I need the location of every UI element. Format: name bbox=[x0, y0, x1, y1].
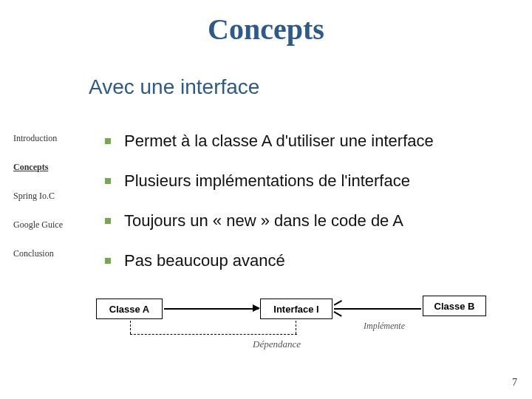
diagram-line bbox=[334, 308, 421, 310]
sidebar-item-spring-ioc: Spring Io.C bbox=[13, 191, 87, 202]
sidebar-item-concepts: Concepts bbox=[13, 162, 87, 173]
diagram-box-classe-b: Classe B bbox=[423, 296, 486, 316]
diagram-label-implements: Implémente bbox=[364, 321, 405, 332]
bullet-text: Pas beaucoup avancé bbox=[124, 251, 285, 270]
bullet-icon bbox=[105, 218, 111, 224]
bullet-text: Plusieurs implémentations de l'interface bbox=[124, 171, 410, 191]
arrow-icon bbox=[253, 304, 260, 312]
bullet-item: Pas beaucoup avancé bbox=[105, 251, 504, 270]
slide-subtitle: Avec une interface bbox=[89, 75, 259, 99]
diagram-dash bbox=[130, 321, 132, 334]
sidebar-item-google-guice: Google Guice bbox=[13, 219, 87, 231]
diagram-label-dependency: Dépendance bbox=[253, 338, 301, 350]
bullet-text: Toujours un « new » dans le code de A bbox=[124, 211, 403, 231]
bullet-item: Toujours un « new » dans le code de A bbox=[105, 211, 504, 231]
diagram-line bbox=[164, 308, 259, 310]
uml-diagram: Classe A Interface I Classe B Implémente… bbox=[89, 296, 502, 355]
arrow-open-icon bbox=[334, 303, 343, 313]
slide-title: Concepts bbox=[0, 0, 532, 47]
bullet-text: Permet à la classe A d'utiliser une inte… bbox=[124, 132, 434, 151]
diagram-box-classe-a: Classe A bbox=[96, 299, 163, 319]
sidebar: Introduction Concepts Spring Io.C Google… bbox=[13, 133, 87, 277]
diagram-dash bbox=[296, 321, 297, 334]
sidebar-item-introduction: Introduction bbox=[13, 133, 87, 144]
bullet-icon bbox=[105, 258, 111, 264]
slide: Concepts Avec une interface Introduction… bbox=[0, 0, 532, 399]
content-area: Permet à la classe A d'utiliser une inte… bbox=[105, 132, 504, 291]
bullet-icon bbox=[105, 178, 111, 184]
sidebar-item-conclusion: Conclusion bbox=[13, 248, 87, 259]
page-number: 7 bbox=[512, 377, 517, 389]
diagram-dash bbox=[130, 334, 297, 335]
bullet-icon bbox=[105, 138, 111, 144]
bullet-item: Permet à la classe A d'utiliser une inte… bbox=[105, 132, 504, 151]
diagram-box-interface-i: Interface I bbox=[260, 299, 332, 319]
bullet-item: Plusieurs implémentations de l'interface bbox=[105, 171, 504, 191]
